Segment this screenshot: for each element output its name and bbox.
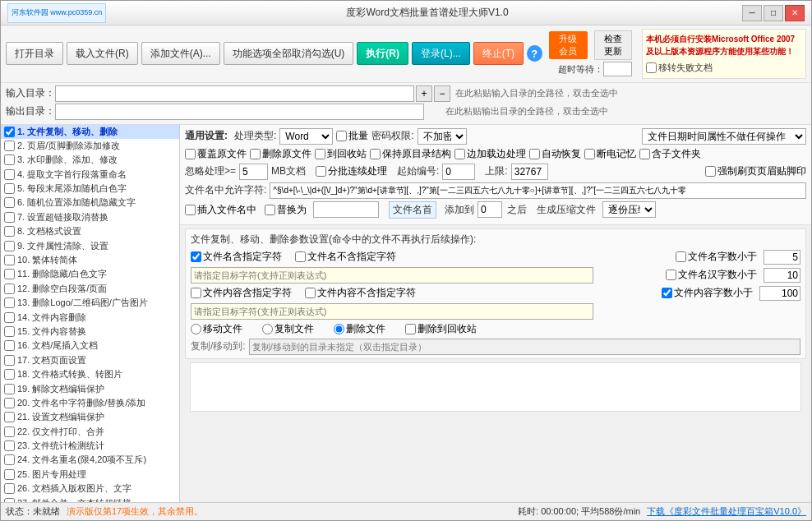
- list-item[interactable]: 9. 文件属性清除、设置: [1, 239, 179, 253]
- ignore-input[interactable]: [239, 164, 268, 180]
- list-item-checkbox[interactable]: [4, 212, 15, 223]
- list-item[interactable]: 2. 页眉/页脚删除添加修改: [1, 139, 179, 153]
- list-item[interactable]: 7. 设置超链接取消替换: [1, 210, 179, 224]
- list-item[interactable]: 27. 邮件合并，文本转超链接: [1, 496, 179, 502]
- list-item-checkbox[interactable]: [4, 384, 15, 394]
- split-continue-input[interactable]: [316, 166, 326, 177]
- delete-file-input[interactable]: [334, 324, 344, 334]
- wait-input[interactable]: 30: [603, 62, 632, 76]
- input-remove-btn[interactable]: −: [434, 85, 450, 102]
- list-item[interactable]: 13. 删除Logo/二维码图/广告图片: [1, 296, 179, 310]
- list-item[interactable]: 6. 随机位置添加随机隐藏文字: [1, 196, 179, 210]
- execute-button[interactable]: 执行(R): [357, 42, 408, 65]
- auto-repair-input[interactable]: [529, 149, 540, 159]
- input-add-btn[interactable]: +: [416, 85, 432, 102]
- close-button[interactable]: ✕: [785, 5, 805, 21]
- password-select[interactable]: 不加密加密: [418, 128, 467, 145]
- list-item-checkbox[interactable]: [4, 412, 15, 422]
- include-sub-input[interactable]: [639, 149, 650, 159]
- chinese-value-input[interactable]: [764, 268, 800, 283]
- list-item[interactable]: 26. 文档插入版权图片、文字: [1, 482, 179, 496]
- chinese-smaller-checkbox[interactable]: 文件名汉字数小于: [666, 268, 757, 282]
- list-item[interactable]: 14. 文件内容删除: [1, 311, 179, 325]
- content-not-contains-checkbox[interactable]: 文件内容不含指定字符: [305, 286, 416, 300]
- insert-filename-input[interactable]: [185, 205, 196, 215]
- add-to-input[interactable]: [478, 201, 502, 218]
- list-item[interactable]: 23. 文件统计检测统计: [1, 439, 179, 453]
- delete-original-input[interactable]: [250, 149, 261, 159]
- list-item-checkbox[interactable]: [4, 326, 15, 337]
- chinese-smaller-input[interactable]: [666, 270, 676, 280]
- list-item[interactable]: 1. 文件复制、移动、删除: [1, 125, 179, 139]
- replace-check-input[interactable]: [265, 205, 275, 215]
- list-item-checkbox[interactable]: [4, 454, 15, 465]
- upper-input[interactable]: [511, 164, 548, 180]
- cancel-all-button[interactable]: 功能选项全部取消勾选(U): [224, 42, 354, 65]
- edge-padding-input[interactable]: [454, 149, 465, 159]
- split-continue-checkbox[interactable]: 分批连续处理: [316, 164, 387, 178]
- maximize-button[interactable]: □: [764, 5, 783, 21]
- list-item[interactable]: 25. 图片专用处理: [1, 468, 179, 482]
- overwrite-checkbox[interactable]: 覆盖原文件: [185, 147, 247, 161]
- insert-filename-checkbox[interactable]: 插入文件名中: [185, 203, 256, 217]
- start-num-input[interactable]: [442, 164, 475, 180]
- list-item-checkbox[interactable]: [4, 355, 15, 366]
- overwrite-check-input[interactable]: [185, 149, 196, 159]
- minimize-button[interactable]: ─: [742, 5, 762, 21]
- name-contains-checkbox[interactable]: 文件名含指定字符: [191, 250, 282, 264]
- processing-type-select[interactable]: WordExcelPPTPDF图片TXT所有文件: [279, 128, 333, 145]
- list-item-checkbox[interactable]: [4, 483, 15, 494]
- file-date-select[interactable]: 文件日期时间属性不做任何操作: [642, 128, 806, 145]
- list-item-checkbox[interactable]: [4, 440, 15, 451]
- force-print-input[interactable]: [705, 166, 716, 177]
- move-file-radio[interactable]: 移动文件: [191, 322, 242, 336]
- output-field[interactable]: C:\文档处理输出\: [55, 104, 424, 120]
- list-item-checkbox[interactable]: [4, 241, 15, 251]
- content-size-input[interactable]: [662, 288, 672, 298]
- move-file-input[interactable]: [191, 324, 201, 334]
- delete-recycle-input[interactable]: [405, 324, 416, 334]
- content-size-value[interactable]: [759, 286, 800, 301]
- content-target-input[interactable]: [191, 303, 593, 320]
- memory-log-checkbox[interactable]: 断电记忆: [584, 147, 636, 161]
- keep-dir-input[interactable]: [370, 149, 381, 159]
- memory-log-input[interactable]: [584, 149, 595, 159]
- list-item-checkbox[interactable]: [4, 469, 15, 480]
- login-button[interactable]: 登录(L)...: [412, 42, 470, 65]
- list-item[interactable]: 10. 繁体转简体: [1, 253, 179, 267]
- list-item[interactable]: 19. 解除文档编辑保护: [1, 382, 179, 396]
- zip-options-select[interactable]: 逐份压缩删除: [602, 201, 656, 218]
- name-not-contains-input[interactable]: [295, 251, 306, 262]
- content-contains-checkbox[interactable]: 文件内容含指定字符: [191, 286, 292, 300]
- size-smaller-checkbox[interactable]: 文件名字数小于: [676, 250, 757, 264]
- migrate-checkbox[interactable]: [646, 62, 657, 73]
- list-item[interactable]: 18. 文件格式转换、转图片: [1, 367, 179, 381]
- force-print-checkbox[interactable]: 强制刷页页眉贴脚印: [705, 164, 806, 178]
- list-item-checkbox[interactable]: [4, 226, 15, 237]
- download-link[interactable]: 下载《度彩文件批量处理百宝箱V10.0》: [647, 505, 806, 518]
- list-item-checkbox[interactable]: [4, 127, 15, 137]
- copy-file-radio[interactable]: 复制文件: [262, 322, 314, 336]
- content-not-contains-input[interactable]: [305, 288, 316, 298]
- list-item-checkbox[interactable]: [4, 154, 15, 165]
- list-item[interactable]: 12. 删除空白段落/页面: [1, 282, 179, 296]
- list-item[interactable]: 21. 设置文档编辑保护: [1, 410, 179, 424]
- list-item[interactable]: 24. 文件名重名(限4,20项不互斥): [1, 453, 179, 467]
- list-item-checkbox[interactable]: [4, 312, 15, 323]
- list-item-checkbox[interactable]: [4, 197, 15, 208]
- copy-file-input[interactable]: [262, 324, 273, 334]
- auto-repair-checkbox[interactable]: 自动恢复: [529, 147, 581, 161]
- name-contains-input[interactable]: [191, 251, 201, 262]
- load-file-button[interactable]: 载入文件(R): [67, 42, 138, 65]
- list-item[interactable]: 5. 每段末尾添加随机白色字: [1, 182, 179, 196]
- batch-check-input[interactable]: [336, 131, 347, 141]
- filename-pattern-input[interactable]: [270, 182, 806, 199]
- delete-original-checkbox[interactable]: 删除原文件: [250, 147, 311, 161]
- list-item-checkbox[interactable]: [4, 297, 15, 308]
- help-button[interactable]: ?: [527, 45, 542, 62]
- list-item[interactable]: 22. 仅文件打印、合并: [1, 425, 179, 439]
- recycle-bin-checkbox[interactable]: 到回收站: [315, 147, 367, 161]
- list-item[interactable]: 16. 文档/尾插入文档: [1, 339, 179, 353]
- delete-file-radio[interactable]: 删除文件: [334, 322, 385, 336]
- list-item[interactable]: 11. 删除隐藏/白色文字: [1, 267, 179, 281]
